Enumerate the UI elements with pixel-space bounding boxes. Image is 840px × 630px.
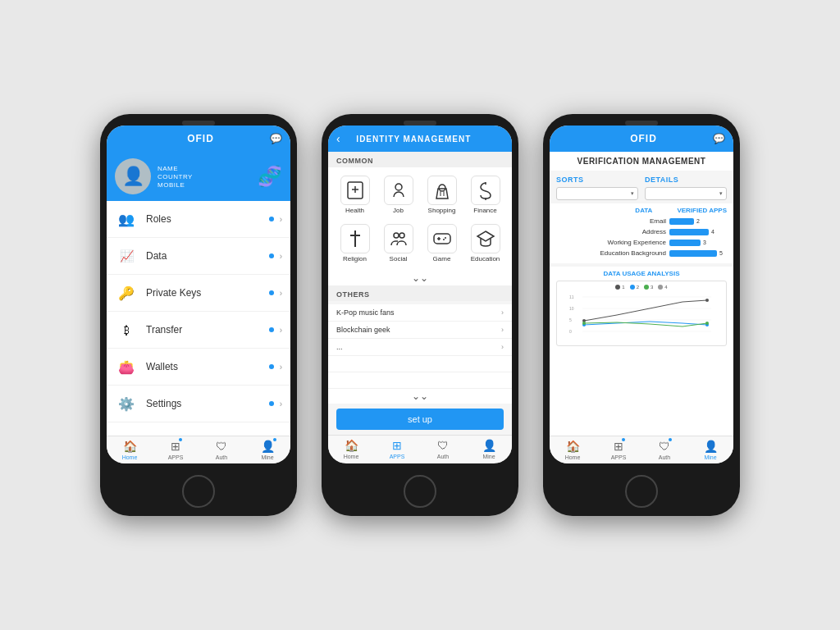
phone-3-msg-icon[interactable]: 💬: [713, 133, 725, 144]
data-dot: [269, 253, 274, 258]
phone-2-title: IDENTITY MANAGEMENT: [340, 135, 487, 144]
finance-label: Finance: [473, 207, 496, 214]
profile-country: COUNTRY: [158, 173, 193, 180]
settings-icon: ⚙️: [115, 392, 138, 415]
details-dropdown[interactable]: ▾: [645, 187, 727, 200]
mine-icon-3: 👤: [704, 440, 718, 453]
wallets-dot: [269, 364, 274, 369]
religion-icon-box: [340, 224, 370, 253]
identity-icon-grid: Health Job: [328, 167, 512, 271]
legend-2-label: 2: [637, 285, 639, 290]
nav-auth-2[interactable]: 🛡 Auth: [420, 439, 466, 459]
apps-dot-3: [622, 438, 625, 441]
chart-section: DATA USAGE ANALYSIS 1 2 3: [550, 267, 733, 349]
nav-auth-3[interactable]: 🛡 Auth: [641, 440, 687, 460]
shopping-label: Shopping: [428, 207, 456, 214]
nav-mine-2[interactable]: 👤 Mine: [466, 439, 512, 459]
mine-dot: [273, 438, 276, 441]
mine-label-2: Mine: [482, 454, 495, 459]
home-icon: 🏠: [123, 440, 137, 453]
svg-text:10: 10: [569, 306, 574, 311]
nav-apps-2[interactable]: ⊞ APPS: [374, 439, 420, 459]
identity-social[interactable]: Social: [378, 221, 418, 266]
profile-section: 👤 NAME COUNTRY MOBILE 🧬: [107, 152, 290, 201]
svg-point-17: [443, 239, 445, 240]
identity-finance[interactable]: Finance: [465, 172, 505, 217]
nav-apps[interactable]: ⊞ APPS: [153, 440, 199, 460]
game-icon-box: [427, 224, 457, 253]
data-icon: 📈: [115, 244, 138, 267]
mine-icon-2: 👤: [482, 439, 496, 452]
avatar: 👤: [115, 158, 151, 194]
verif-title: VERIFICATION MANAGEMENT: [550, 152, 733, 171]
working-exp-count: 3: [703, 240, 706, 245]
home-icon-2: 🏠: [345, 439, 358, 452]
line-chart: 11 10 5 0: [560, 292, 723, 337]
identity-shopping[interactable]: Shopping: [422, 172, 462, 217]
nav-home-3[interactable]: 🏠 Home: [550, 440, 596, 460]
details-col: DETAILS ▾: [645, 171, 727, 200]
private-keys-label: Private Keys: [146, 287, 280, 299]
menu-list: 👥 Roles › 📈 Data › 🔑 Private Keys ›: [107, 201, 290, 436]
expand-icon-2[interactable]: ⌄⌄: [328, 389, 512, 404]
menu-item-roles[interactable]: 👥 Roles ›: [107, 201, 290, 238]
verif-columns: SORTS ▾ DETAILS ▾: [550, 171, 733, 200]
menu-item-wallets[interactable]: 👛 Wallets ›: [107, 349, 290, 386]
phone-3-title: OFID: [574, 133, 713, 144]
identity-job[interactable]: Job: [378, 172, 418, 217]
menu-item-settings[interactable]: ⚙️ Settings ›: [107, 386, 290, 422]
menu-item-private-keys[interactable]: 🔑 Private Keys ›: [107, 275, 290, 312]
svg-text:5: 5: [569, 317, 572, 322]
verified-apps-col-label: VERIFIED APPS: [677, 207, 727, 214]
nav-home[interactable]: 🏠 Home: [107, 440, 153, 460]
email-bar-wrap: 2: [669, 218, 727, 225]
others-item-kpop[interactable]: K-Pop music fans ›: [328, 304, 512, 322]
message-icon[interactable]: 💬: [270, 133, 282, 144]
menu-item-data[interactable]: 📈 Data ›: [107, 238, 290, 275]
sorts-dropdown-arrow: ▾: [631, 190, 634, 197]
roles-dot: [269, 217, 274, 221]
nav-auth[interactable]: 🛡 Auth: [199, 440, 244, 460]
identity-health[interactable]: Health: [335, 172, 375, 217]
mine-label-3: Mine: [704, 454, 716, 460]
svg-text:11: 11: [569, 294, 574, 299]
ellipsis-chevron: ›: [501, 343, 504, 351]
phone-1-screen: OFID 💬 👤 NAME COUNTRY MOBILE 🧬 👥: [107, 126, 290, 463]
identity-education[interactable]: Education: [465, 221, 505, 266]
identity-game[interactable]: Game: [422, 221, 462, 266]
others-list: K-Pop music fans › Blockchain geek › ...…: [328, 304, 512, 389]
phone-2-screen: ‹ IDENTITY MANAGEMENT COMMON Heal: [328, 126, 512, 463]
apps-label-2: APPS: [390, 454, 405, 459]
others-item-ellipsis[interactable]: ... ›: [328, 339, 512, 356]
setup-button[interactable]: set up: [336, 409, 504, 430]
legend-1: 1: [615, 285, 624, 290]
address-bar-wrap: 4: [669, 229, 727, 235]
nav-mine[interactable]: 👤 Mine: [244, 440, 290, 460]
menu-item-transfer[interactable]: ₿ Transfer ›: [107, 312, 290, 349]
legend-1-label: 1: [622, 285, 624, 290]
legend-4: 4: [658, 285, 667, 290]
auth-dot-3: [669, 438, 672, 441]
apps-icon-2: ⊞: [392, 439, 402, 452]
nav-apps-3[interactable]: ⊞ APPS: [596, 440, 641, 460]
kpop-chevron: ›: [501, 308, 504, 317]
roles-icon: 👥: [115, 208, 138, 231]
others-item-blockchain[interactable]: Blockchain geek ›: [328, 322, 512, 339]
data-label: Data: [146, 250, 280, 262]
legend-3: 3: [644, 285, 653, 290]
svg-point-31: [705, 322, 709, 325]
expand-icon[interactable]: ⌄⌄: [328, 271, 512, 285]
empty-item-1: [328, 356, 512, 372]
auth-label-3: Auth: [659, 454, 670, 460]
phone-1-title: OFID: [131, 133, 270, 144]
transfer-chevron: ›: [280, 326, 282, 335]
transfer-label: Transfer: [146, 324, 280, 336]
nav-mine-3[interactable]: 👤 Mine: [687, 440, 733, 460]
apps-label: APPS: [168, 454, 184, 460]
phone-3-header: OFID 💬: [550, 126, 733, 152]
social-icon-box: [384, 224, 413, 253]
sorts-dropdown[interactable]: ▾: [556, 187, 638, 200]
identity-religion[interactable]: Religion: [335, 221, 375, 266]
data-row-working-exp: Working Experience 3: [556, 239, 727, 246]
nav-home-2[interactable]: 🏠 Home: [328, 439, 374, 459]
